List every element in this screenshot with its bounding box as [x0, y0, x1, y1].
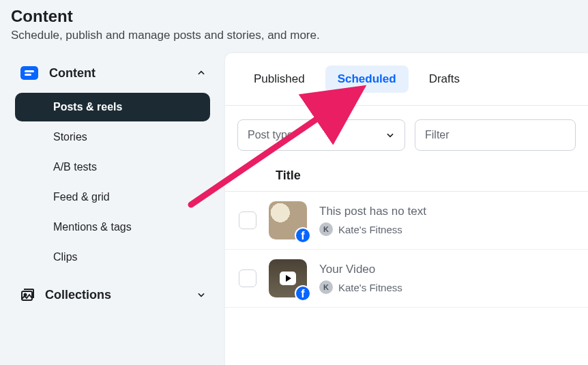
filter-placeholder: Filter	[425, 129, 450, 141]
sidebar-item-ab-tests[interactable]: A/B tests	[15, 153, 210, 181]
table-rows: f This post has no text K Kate's Fitness…	[225, 192, 588, 308]
content-icon	[19, 63, 40, 83]
filter-row: Post type Filter	[225, 105, 588, 151]
row-title: Your Video	[319, 263, 402, 276]
chevron-down-icon	[385, 130, 395, 140]
main-panel: Published Scheduled Drafts Post type Fil…	[225, 53, 588, 365]
table-row[interactable]: f Your Video K Kate's Fitness	[225, 250, 588, 308]
post-thumbnail: f	[269, 259, 307, 297]
table-header-title: Title	[225, 151, 588, 192]
sidebar-item-mentions-tags[interactable]: Mentions & tags	[15, 213, 210, 242]
sidebar-group-label: Collections	[45, 288, 187, 302]
video-icon	[280, 272, 296, 285]
tabs: Published Scheduled Drafts	[225, 65, 588, 105]
sidebar-group-collections[interactable]: Collections	[11, 281, 214, 308]
row-account: Kate's Fitness	[338, 224, 402, 235]
page-title: Content	[11, 7, 577, 26]
tab-drafts[interactable]: Drafts	[417, 65, 472, 93]
tab-scheduled[interactable]: Scheduled	[325, 65, 409, 93]
row-account: Kate's Fitness	[338, 282, 402, 293]
sidebar-item-feed-grid[interactable]: Feed & grid	[15, 183, 210, 211]
post-thumbnail: f	[269, 201, 307, 239]
row-checkbox[interactable]	[239, 211, 256, 229]
table-row[interactable]: f This post has no text K Kate's Fitness	[225, 192, 588, 250]
post-type-placeholder: Post type	[248, 129, 293, 141]
sidebar: Content Posts & reels Stories A/B tests …	[0, 53, 225, 365]
chevron-up-icon	[196, 68, 206, 78]
sidebar-item-stories[interactable]: Stories	[15, 123, 210, 151]
row-title: This post has no text	[319, 205, 426, 218]
account-avatar: K	[319, 280, 333, 294]
post-type-select[interactable]: Post type	[237, 119, 405, 151]
row-checkbox[interactable]	[239, 269, 256, 287]
image-stack-icon	[19, 287, 35, 303]
sidebar-subnav: Posts & reels Stories A/B tests Feed & g…	[11, 93, 214, 272]
sidebar-item-posts-reels[interactable]: Posts & reels	[15, 93, 210, 121]
chevron-down-icon	[196, 290, 206, 300]
tab-published[interactable]: Published	[241, 65, 317, 93]
facebook-badge-icon: f	[295, 227, 311, 244]
facebook-badge-icon: f	[295, 285, 311, 302]
filter-input[interactable]: Filter	[415, 119, 576, 151]
sidebar-group-label: Content	[49, 66, 187, 81]
account-avatar: K	[319, 222, 333, 236]
page-subtitle: Schedule, publish and manage posts and s…	[11, 29, 577, 42]
sidebar-item-clips[interactable]: Clips	[15, 243, 210, 272]
sidebar-group-content[interactable]: Content	[11, 57, 214, 89]
